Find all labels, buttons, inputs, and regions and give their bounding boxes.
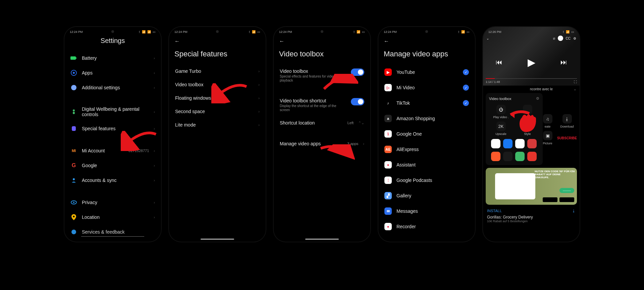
back-button[interactable]: ← — [174, 38, 180, 44]
accounts-icon — [70, 177, 77, 184]
tool-upscale[interactable]: 2KUpscale — [489, 122, 513, 136]
bt-icon: ᚼ — [562, 30, 564, 34]
download-icon[interactable] — [515, 152, 525, 161]
record-icon[interactable] — [527, 152, 537, 161]
phone-screen-manage-video-apps: 12:24 PM ᚼ📶▭ ← Manage video apps ▶YouTub… — [378, 27, 475, 242]
status-time: 12:24 PM — [174, 30, 187, 34]
settings-item-special-features[interactable]: Special features › — [64, 121, 161, 136]
app-row-amazon-shopping[interactable]: aAmazon Shopping — [378, 111, 475, 126]
app-row-tiktok[interactable]: ♪TikTok✓ — [378, 95, 475, 111]
item-manage-video-apps[interactable]: Manage video apps 3 apps › — [274, 137, 370, 150]
install-button[interactable]: INSTALL — [487, 209, 502, 213]
chrome-icon[interactable] — [491, 139, 500, 148]
tool-download[interactable]: ⭳Download — [557, 114, 577, 128]
settings-item-apps[interactable]: Apps › — [64, 65, 161, 80]
tool-style[interactable]: ◧Style — [516, 122, 539, 136]
services-icon — [70, 229, 77, 235]
chevron-down-icon[interactable]: ⌄ — [486, 37, 489, 40]
app-row-recorder[interactable]: ●Recorder — [378, 219, 475, 234]
app-row-assistant[interactable]: ●Assistant — [378, 157, 475, 173]
appstore-badge[interactable] — [543, 197, 557, 202]
video-title-row[interactable]: ncontre avec le ⌄ — [483, 86, 580, 91]
gmail-icon[interactable] — [515, 139, 525, 148]
seek-bar[interactable] — [486, 78, 577, 79]
settings-item-battery[interactable]: Battery › — [64, 51, 161, 65]
settings-item-accounts-sync[interactable]: Accounts & sync › — [64, 173, 161, 188]
settings-item-wellbeing[interactable]: Digital Wellbeing & parental controls › — [64, 102, 161, 121]
dots-icon — [70, 84, 77, 91]
item-second-space[interactable]: Second space› — [169, 105, 266, 118]
prev-button[interactable]: ⏮ — [496, 58, 502, 66]
settings-item-location[interactable]: Location › — [64, 210, 161, 225]
toggle-switch[interactable] — [351, 98, 364, 105]
special-icon — [70, 125, 77, 132]
settings-item-mi-account[interactable]: MI Mi Account 8171528771 › — [64, 143, 161, 158]
item-floating-windows[interactable]: Floating windows› — [169, 91, 266, 105]
item-label: Video toolbox — [175, 82, 254, 87]
tool-play-video[interactable]: ⏻Play video . — [489, 105, 513, 119]
ad-cta-button[interactable]: ——— — [559, 188, 574, 193]
cast-icon[interactable]: ⎚ — [553, 37, 555, 40]
settings-item-privacy[interactable]: Privacy › — [64, 195, 161, 210]
channel-avatar[interactable] — [558, 36, 563, 41]
app-row-google-podcasts[interactable]: ⋮Google Podcasts — [378, 173, 475, 188]
aliexpress-icon[interactable] — [491, 152, 500, 161]
settings-icon[interactable]: ⚙ — [573, 37, 576, 40]
back-button[interactable]: ← — [279, 38, 284, 44]
settings-item-services[interactable]: Services & feedback — [64, 225, 161, 239]
wifi-icon: 📶 — [461, 30, 465, 34]
video-time: 1:14 / 1:48 — [486, 80, 500, 84]
item-lite-mode[interactable]: Lite mode› — [169, 118, 266, 132]
home-indicator[interactable] — [201, 239, 234, 240]
gear-icon[interactable]: ⚙ — [536, 96, 539, 101]
checked-icon[interactable]: ✓ — [463, 69, 469, 75]
next-button[interactable]: ⏭ — [560, 58, 567, 66]
item-game-turbo[interactable]: Game Turbo› — [169, 64, 266, 78]
item-shortcut-location[interactable]: Shortcut location Left ⌃⌄ — [274, 116, 370, 130]
toggle-switch[interactable] — [351, 68, 364, 76]
tool-picture[interactable]: ▣Picture — [541, 131, 554, 145]
checked-icon[interactable]: ✓ — [463, 85, 469, 91]
checked-icon[interactable]: ✓ — [463, 100, 469, 106]
app-icon: ▷ — [384, 84, 392, 91]
tool-create[interactable]: ♫eate — [541, 114, 554, 128]
item-label: Floating windows — [175, 95, 254, 101]
item-video-toolbox[interactable]: Video toolbox› — [169, 78, 266, 91]
fullscreen-icon[interactable]: ⛶ — [574, 80, 577, 84]
ad-app-title[interactable]: Gorillas: Grocery Delivery — [483, 214, 580, 220]
settings-item-additional[interactable]: Additional settings › — [64, 80, 161, 95]
item-label: Shortcut location — [280, 120, 343, 126]
status-bar: 12:24 PM ᚼ 📶 📶 ▭ — [64, 27, 161, 36]
playstore-badge[interactable] — [559, 197, 574, 202]
toggle-video-toolbox[interactable]: Video toolbox Special effects and featur… — [274, 64, 370, 87]
wellbeing-icon — [70, 108, 77, 115]
app-row-youtube[interactable]: ▶YouTube✓ — [378, 64, 475, 80]
video-player[interactable]: ⌄ ⎚ CC ⚙ ⏮ ▶ ⏭ 1:14 / 1:48 ⛶ — [483, 27, 580, 86]
settings-item-google[interactable]: G Google › — [64, 158, 161, 173]
privacy-icon — [70, 199, 77, 206]
download-icon[interactable]: ⭳ — [572, 209, 576, 213]
app-icon[interactable] — [503, 152, 513, 161]
phone-screen-youtube-overlay: 12:26 PM ᚼ📶▭ ⌄ ⎚ CC ⚙ ⏮ ▶ ⏭ 1:14 / 1:48 … — [483, 27, 580, 242]
app-row-aliexpress[interactable]: AEAliExpress — [378, 142, 475, 157]
home-indicator[interactable] — [305, 239, 339, 240]
app-row-gallery[interactable]: ▞Gallery — [378, 188, 475, 203]
app-row-messages[interactable]: ✉Messages — [378, 203, 475, 219]
bt-icon: ᚼ — [353, 30, 355, 34]
back-button[interactable]: ← — [384, 38, 389, 44]
app-icon: 1 — [384, 130, 392, 138]
cc-icon[interactable]: CC — [566, 37, 571, 40]
video-controls: ⏮ ▶ ⏭ — [483, 56, 580, 68]
subscribe-button[interactable]: SUBSCRIBE — [557, 131, 577, 145]
app-row-mi-video[interactable]: ▷Mi Video✓ — [378, 80, 475, 95]
settings-item-label: Services & feedback — [82, 229, 155, 235]
app-row-google-one[interactable]: 1Google One — [378, 126, 475, 142]
tool-blank[interactable] — [516, 105, 539, 119]
chevron-down-icon[interactable]: ⌄ — [574, 87, 576, 91]
play-button[interactable]: ▶ — [528, 56, 535, 68]
app-icon: a — [384, 115, 392, 122]
facebook-icon[interactable] — [503, 139, 513, 148]
app-icon[interactable] — [527, 139, 537, 148]
ad-banner[interactable]: NUTZE DEN CODE 50* FÜR €50 RABATT AUF DE… — [486, 168, 577, 205]
toggle-video-toolbox-shortcut[interactable]: Video toolbox shortcut Display the short… — [274, 94, 370, 116]
